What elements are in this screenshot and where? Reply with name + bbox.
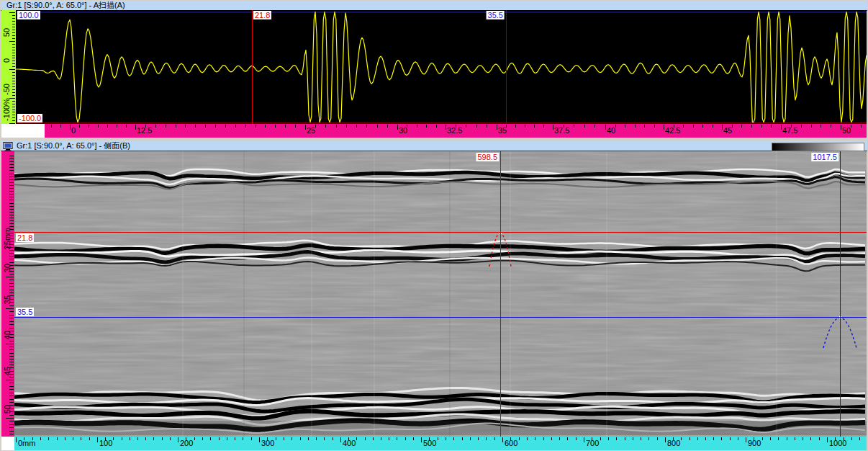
bscan-red-depth-cursor-line[interactable] bbox=[14, 232, 867, 233]
ascan-titlebar[interactable]: Gr:1 [S:90.0°, A: 65.0°] - A扫描(A) bbox=[1, 1, 867, 11]
bscan-image-canvas bbox=[14, 151, 867, 437]
ascan-top-scale-label: 100.0 bbox=[17, 11, 40, 19]
bscan-scan-ruler bbox=[14, 437, 867, 450]
ascan-blue-cursor-label[interactable]: 35.5 bbox=[487, 11, 505, 19]
ascan-waveform-canvas bbox=[16, 10, 867, 124]
bscan-plot[interactable] bbox=[14, 151, 867, 437]
bscan-blue-depth-cursor-line[interactable] bbox=[14, 317, 867, 318]
bscan-titlebar[interactable]: Gr:1 [S:90.0°, A: 65.0°] - 侧面(B) bbox=[1, 141, 867, 151]
ascan-blue-cursor-line[interactable] bbox=[506, 10, 507, 124]
ascan-bottom-scale-label: -100.0 bbox=[17, 114, 42, 122]
bscan-red-scan-cursor-label[interactable]: 598.5 bbox=[476, 153, 499, 161]
ascan-amplitude-ruler bbox=[1, 10, 16, 124]
ascan-ruler-corner bbox=[1, 124, 45, 138]
bscan-vertical-streak bbox=[449, 151, 451, 437]
bscan-vertical-streak bbox=[311, 151, 312, 437]
bscan-vertical-streak bbox=[374, 151, 375, 437]
bscan-panel-icon bbox=[3, 142, 14, 151]
bscan-vertical-streak bbox=[243, 151, 245, 437]
bscan-title: Gr:1 [S:90.0°, A: 65.0°] - 侧面(B) bbox=[17, 141, 130, 151]
bscan-blue-depth-cursor-label[interactable]: 35.5 bbox=[16, 308, 34, 316]
ascan-red-cursor-label[interactable]: 21.8 bbox=[253, 11, 271, 19]
ascan-plot[interactable] bbox=[16, 10, 867, 124]
ascan-waveform bbox=[16, 12, 867, 122]
bscan-vertical-streak bbox=[510, 151, 511, 437]
bscan-red-scan-cursor-line[interactable] bbox=[500, 151, 501, 437]
bscan-red-depth-cursor-label[interactable]: 21.8 bbox=[16, 233, 34, 242]
ut-analysis-window: Gr:1 [S:90.0°, A: 65.0°] - A扫描(A) Gr:1 [… bbox=[0, 0, 868, 451]
bscan-depth-ruler bbox=[1, 151, 14, 437]
palette-gradient-bar bbox=[772, 143, 864, 151]
bscan-vertical-streak bbox=[606, 151, 607, 437]
bscan-dark-strip bbox=[14, 421, 867, 435]
bscan-ruler-corner bbox=[1, 437, 14, 450]
bscan-blue-scan-cursor-label[interactable]: 1017.5 bbox=[811, 153, 838, 161]
ascan-horizontal-ruler bbox=[45, 124, 867, 138]
bscan-blue-scan-cursor-line[interactable] bbox=[840, 151, 841, 437]
bscan-vertical-streak bbox=[776, 151, 777, 437]
bscan-vertical-streak bbox=[182, 151, 184, 437]
ascan-red-cursor-line[interactable] bbox=[252, 10, 253, 124]
ascan-title: Gr:1 [S:90.0°, A: 65.0°] - A扫描(A) bbox=[6, 1, 125, 10]
